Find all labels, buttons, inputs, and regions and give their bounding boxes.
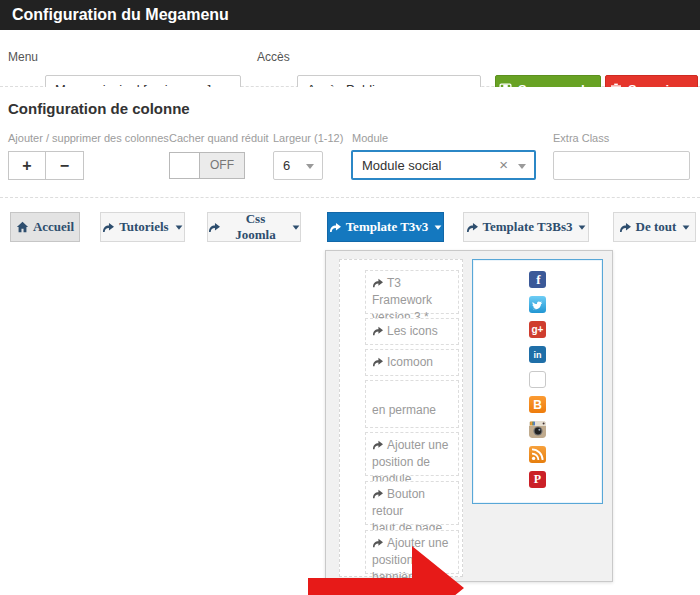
- instagram-camera-icon: [529, 421, 546, 438]
- toggle-knob: [170, 153, 200, 178]
- menu-select-label: Menu: [8, 50, 38, 64]
- twitter-icon[interactable]: [529, 296, 546, 313]
- module-select[interactable]: Module social ×: [351, 150, 536, 180]
- module-select-value: Module social: [362, 158, 442, 173]
- extra-class-label: Extra Class: [553, 132, 609, 144]
- dropdown-item-t3-framework[interactable]: T3 Framework version 3 *: [365, 270, 459, 314]
- chevron-down-icon: [518, 164, 526, 169]
- chevron-down-icon: [306, 164, 314, 169]
- curved-arrow-icon: [372, 489, 384, 499]
- access-select-label: Accès: [257, 50, 290, 64]
- curved-arrow-icon: [372, 538, 384, 548]
- toggle-state-label: OFF: [200, 153, 244, 178]
- instagram-icon[interactable]: [529, 421, 546, 438]
- dropdown-item-position-module[interactable]: Ajouter une position de module: [365, 432, 459, 476]
- delicious-icon[interactable]: [529, 371, 546, 388]
- chevron-down-icon: [435, 225, 442, 229]
- dropdown-menu-column: T3 Framework version 3 * Les icons Icomo…: [339, 259, 463, 577]
- width-select-value: 6: [283, 158, 290, 173]
- curved-arrow-icon: [372, 326, 384, 336]
- rss-waves-icon: [531, 448, 544, 461]
- extra-class-input[interactable]: [553, 151, 690, 180]
- curved-arrow-icon: [208, 222, 221, 233]
- curved-arrow-icon: [372, 278, 384, 288]
- dropdown-item-position-bannieres[interactable]: Ajouter une position bannières: [365, 530, 459, 574]
- hide-when-collapsed-toggle[interactable]: OFF: [169, 152, 245, 179]
- menubar-item-label: Template T3Bs3: [483, 219, 573, 235]
- twitter-bird-icon: [531, 299, 544, 310]
- home-icon: [16, 221, 29, 233]
- chevron-down-icon: [579, 225, 586, 229]
- curved-arrow-icon: [329, 222, 342, 233]
- section-heading: Configuration de colonne: [8, 100, 190, 117]
- menubar-item-label: Css Joomla: [225, 211, 286, 243]
- width-select[interactable]: 6: [273, 151, 323, 180]
- chevron-down-icon: [175, 225, 182, 229]
- hide-when-collapsed-label: Cacher quand réduit: [169, 132, 269, 144]
- megamenu-dropdown-panel: T3 Framework version 3 * Les icons Icomo…: [325, 250, 613, 582]
- chevron-down-icon: [683, 225, 690, 229]
- clear-module-icon[interactable]: ×: [499, 156, 508, 173]
- menubar-item-accueil[interactable]: Accueil: [10, 212, 80, 242]
- blogger-icon[interactable]: B: [529, 396, 546, 413]
- menubar-item-label: De tout: [636, 219, 677, 235]
- add-remove-columns-label: Ajouter / supprimer des colonnes: [8, 132, 169, 144]
- curved-arrow-icon: [372, 440, 384, 450]
- curved-arrow-icon: [372, 357, 384, 367]
- menubar-item-css-joomla[interactable]: Css Joomla: [207, 212, 301, 242]
- rss-icon[interactable]: [529, 446, 546, 463]
- megamenu-config-page: Configuration du Megamenu Menu Menu prin…: [0, 0, 700, 595]
- module-label: Module: [352, 132, 388, 144]
- social-module-column: f g+ in B: [472, 259, 603, 504]
- menubar-item-template-t3bs3[interactable]: Template T3Bs3: [463, 212, 589, 242]
- add-column-button[interactable]: +: [8, 151, 46, 180]
- curved-arrow-icon: [102, 222, 115, 233]
- menubar-item-template-t3v3-active[interactable]: Template T3v3: [327, 212, 444, 242]
- menubar-item-label: Template T3v3: [346, 219, 429, 235]
- dropdown-item-icomoon[interactable]: Icomoon: [365, 349, 459, 376]
- curved-arrow-icon: [466, 222, 479, 233]
- page-title: Configuration du Megamenu: [12, 0, 229, 30]
- menubar-item-tutoriels[interactable]: Tutoriels: [100, 212, 185, 242]
- width-label: Largeur (1-12): [273, 132, 343, 144]
- toolbar: Menu Menu principal [mainmenu] Accès Acc…: [0, 30, 700, 87]
- chevron-down-icon: [293, 225, 300, 229]
- remove-column-button[interactable]: −: [46, 151, 84, 180]
- megamenu-preview: Accueil Tutoriels Css Joomla Template T3…: [0, 198, 700, 595]
- dropdown-item-bouton-retour[interactable]: Bouton retour haut de page: [365, 481, 459, 525]
- column-config-section: Configuration de colonne Ajouter / suppr…: [0, 87, 700, 198]
- dropdown-item-les-icons[interactable]: Les icons: [365, 318, 459, 345]
- curved-arrow-icon: [619, 222, 632, 233]
- menubar-item-label: Tutoriels: [119, 219, 168, 235]
- add-remove-column-buttons: + −: [8, 151, 84, 180]
- menubar-item-de-tout[interactable]: De tout: [613, 212, 696, 242]
- menubar-item-label: Accueil: [33, 219, 74, 235]
- linkedin-icon[interactable]: in: [529, 346, 546, 363]
- facebook-icon[interactable]: f: [529, 271, 546, 288]
- pinterest-icon[interactable]: P: [529, 471, 546, 488]
- app-title-bar: Configuration du Megamenu: [0, 0, 700, 30]
- dropdown-item-partially-hidden[interactable]: en permane: [365, 380, 459, 428]
- google-plus-icon[interactable]: g+: [529, 321, 546, 338]
